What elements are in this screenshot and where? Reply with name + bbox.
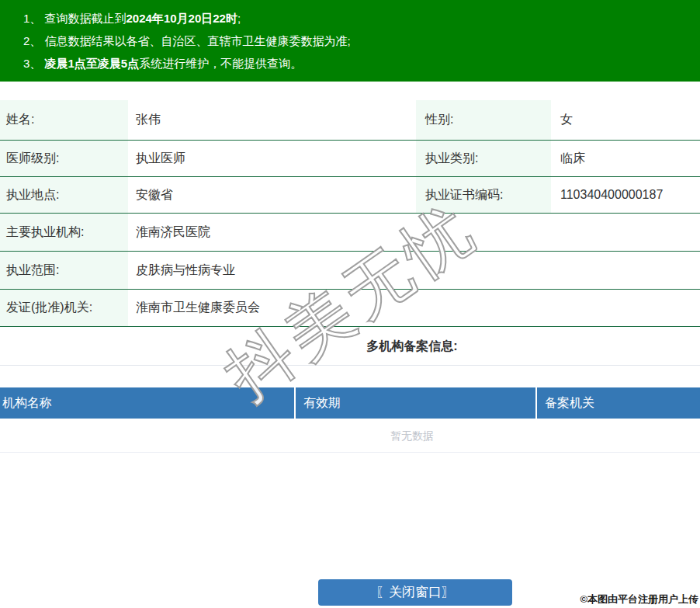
close-window-button[interactable]: 〖关闭窗口〗 xyxy=(318,579,512,606)
main-institution-label: 主要执业机构: xyxy=(0,214,128,251)
notice-banner: 1、 查询数据截止到2024年10月20日22时; 2、 信息数据结果以各省、自… xyxy=(0,0,700,82)
physician-level-value: 执业医师 xyxy=(128,141,416,176)
practice-scope-label: 执业范围: xyxy=(0,252,128,289)
practice-location-value: 安徽省 xyxy=(128,177,416,213)
certificate-number-label: 执业证书编码: xyxy=(416,177,551,213)
main-institution-value: 淮南济民医院 xyxy=(128,214,700,251)
info-row-issuing-authority: 发证(批准)机关: 淮南市卫生健康委员会 xyxy=(0,290,700,327)
name-label: 姓名: xyxy=(0,100,128,140)
notice-line-1: 1、 查询数据截止到2024年10月20日22时; xyxy=(23,7,700,30)
gender-label: 性别: xyxy=(416,100,551,140)
column-header-institution-name: 机构名称 xyxy=(0,387,294,419)
info-row-location-certificate: 执业地点: 安徽省 执业证书编码: 110340400000187 xyxy=(0,177,700,214)
notice-line-3: 3、 凌晨1点至凌晨5点系统进行维护，不能提供查询。 xyxy=(23,52,700,75)
notice-3-tail: 系统进行维护，不能提供查询。 xyxy=(139,57,302,70)
notice-2-text: 2、 信息数据结果以各省、自治区、直辖市卫生健康委数据为准; xyxy=(23,34,351,47)
practice-location-label: 执业地点: xyxy=(0,177,128,213)
info-row-main-institution: 主要执业机构: 淮南济民医院 xyxy=(0,214,700,252)
info-row-name-gender: 姓名: 张伟 性别: 女 xyxy=(0,100,700,141)
physician-query-result-page: 1、 查询数据截止到2024年10月20日22时; 2、 信息数据结果以各省、自… xyxy=(0,0,700,608)
issuing-authority-value: 淮南市卫生健康委员会 xyxy=(128,290,700,326)
physician-info-table: 姓名: 张伟 性别: 女 医师级别: 执业医师 执业类别: 临床 执业地点: 安… xyxy=(0,100,700,327)
notice-1-text: 1、 查询数据截止到 xyxy=(23,12,126,25)
practice-category-label: 执业类别: xyxy=(416,141,551,176)
practice-category-value: 临床 xyxy=(551,141,700,176)
column-header-backup-authority: 备案机关 xyxy=(537,387,700,419)
name-value: 张伟 xyxy=(128,100,416,140)
notice-1-tail: ; xyxy=(237,12,241,25)
issuing-authority-label: 发证(批准)机关: xyxy=(0,290,128,326)
notice-line-2: 2、 信息数据结果以各省、自治区、直辖市卫生健康委数据为准; xyxy=(23,30,700,52)
practice-scope-value: 皮肤病与性病专业 xyxy=(128,252,700,289)
backup-table-header: 机构名称 有效期 备案机关 xyxy=(0,387,700,419)
notice-1-bold: 2024年10月20日22时 xyxy=(126,12,237,25)
info-row-level-category: 医师级别: 执业医师 执业类别: 临床 xyxy=(0,141,700,177)
backup-table-empty-state: 暂无数据 xyxy=(0,419,700,453)
credit-watermark-text: ©本图由平台注册用户上传 xyxy=(580,592,698,606)
info-row-practice-scope: 执业范围: 皮肤病与性病专业 xyxy=(0,252,700,290)
physician-level-label: 医师级别: xyxy=(0,141,128,176)
gender-value: 女 xyxy=(551,100,700,140)
backup-section-title: 多机构备案信息: xyxy=(0,327,700,366)
notice-3-text: 3、 xyxy=(23,57,45,70)
certificate-number-value: 110340400000187 xyxy=(551,177,700,213)
column-header-validity-period: 有效期 xyxy=(296,387,535,419)
notice-3-bold: 凌晨1点至凌晨5点 xyxy=(45,57,140,70)
